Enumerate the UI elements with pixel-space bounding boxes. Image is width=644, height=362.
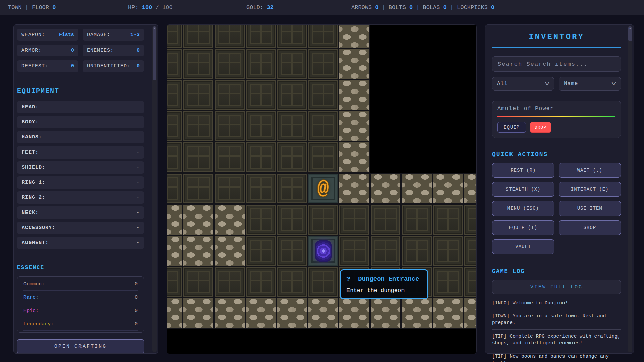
map-tile-floor[interactable] <box>276 142 308 173</box>
equip-item-button[interactable]: EQUIP <box>497 122 526 133</box>
map-tile-floor[interactable] <box>167 24 183 48</box>
tooltip-title: ? Dungeon Entrance <box>346 275 422 283</box>
map-tile-floor[interactable] <box>401 204 432 235</box>
drop-item-button[interactable]: DROP <box>530 122 551 133</box>
map-tile-floor[interactable] <box>276 173 308 204</box>
equipment-slot-row[interactable]: BODY:- <box>17 116 144 128</box>
quick-action-menu-esc[interactable]: MENU (ESC) <box>492 201 554 216</box>
open-crafting-button[interactable]: OPEN CRAFTING <box>17 339 144 353</box>
map-tile-floor[interactable] <box>308 204 339 235</box>
map-tile-floor[interactable] <box>401 235 432 266</box>
map-tile-floor[interactable] <box>214 266 245 298</box>
map-tile-floor[interactable] <box>370 235 401 266</box>
map-tile-floor[interactable] <box>245 48 276 79</box>
quick-action-use-item[interactable]: USE ITEM <box>559 201 621 216</box>
map-tile-floor[interactable] <box>432 235 464 266</box>
quick-action-rest-r[interactable]: REST (R) <box>492 163 554 178</box>
equipment-slot-row[interactable]: AUGMENT:- <box>17 237 144 249</box>
map-tile-floor[interactable] <box>214 142 245 173</box>
quick-action-interact-e[interactable]: INTERACT (E) <box>559 182 621 197</box>
left-panel-scrollbar[interactable]: ▲ <box>152 26 157 352</box>
map-tile-floor[interactable] <box>167 79 183 111</box>
map-tile-floor[interactable] <box>245 235 276 266</box>
map-tile-floor[interactable] <box>339 235 370 266</box>
map-tile-floor[interactable] <box>245 111 276 142</box>
portal-tile[interactable] <box>308 235 339 266</box>
sort-select[interactable]: Name v <box>559 77 621 90</box>
map-tile-floor[interactable] <box>214 24 245 48</box>
map-tile-floor[interactable] <box>245 173 276 204</box>
slot-value: - <box>136 149 139 155</box>
quick-action-stealth-x[interactable]: STEALTH (X) <box>492 182 554 197</box>
floor-label: FLOOR <box>32 4 49 11</box>
map-tile-floor[interactable] <box>276 24 308 48</box>
equipment-slot-row[interactable]: NECK:- <box>17 206 144 219</box>
map-tile-floor[interactable] <box>214 48 245 79</box>
quick-action-wait[interactable]: WAIT (.) <box>559 163 621 178</box>
map-tile-floor[interactable] <box>276 235 308 266</box>
map-tile-floor[interactable] <box>432 266 464 298</box>
map-tile-floor[interactable] <box>464 235 477 266</box>
quick-action-vault[interactable]: VAULT <box>492 239 554 254</box>
quick-action-equip-i[interactable]: EQUIP (I) <box>492 220 554 235</box>
map-tile-floor[interactable] <box>167 173 183 204</box>
map-tile-floor[interactable] <box>276 204 308 235</box>
equipment-slot-row[interactable]: SHIELD:- <box>17 161 144 174</box>
map-tile-floor[interactable] <box>245 24 276 48</box>
map-tile-floor[interactable] <box>339 204 370 235</box>
map-tile-floor[interactable] <box>308 266 339 298</box>
filter-select[interactable]: All v <box>492 77 554 90</box>
map-tile-floor[interactable] <box>183 266 214 298</box>
equipment-slot-row[interactable]: FEET:- <box>17 146 144 159</box>
dungeon-map-viewport[interactable]: @ ? Dungeon Entrance Enter the dungeon <box>167 24 477 354</box>
map-tile-floor[interactable] <box>276 111 308 142</box>
quick-actions-grid: REST (R)WAIT (.)STEALTH (X)INTERACT (E)M… <box>492 163 621 254</box>
map-tile-floor[interactable] <box>245 204 276 235</box>
filter-select-value: All <box>497 81 508 87</box>
map-tile-unexplored <box>432 48 464 79</box>
map-tile-floor[interactable] <box>464 266 477 298</box>
map-tile-floor[interactable] <box>183 173 214 204</box>
equipment-slot-row[interactable]: RING 2:- <box>17 191 144 204</box>
map-tile-floor[interactable] <box>308 142 339 173</box>
map-tile-floor[interactable] <box>245 142 276 173</box>
quick-action-shop[interactable]: SHOP <box>559 220 621 235</box>
map-tile-floor[interactable] <box>308 79 339 111</box>
map-tile-floor[interactable] <box>183 24 214 48</box>
map-tile-floor[interactable] <box>370 204 401 235</box>
right-panel-scrollbar-thumb[interactable]: ▲ <box>628 26 632 41</box>
map-tile-floor[interactable] <box>308 48 339 79</box>
map-tile-floor[interactable] <box>308 111 339 142</box>
map-tile-floor[interactable] <box>167 266 183 298</box>
map-tile-wall <box>308 298 339 329</box>
view-full-log-button[interactable]: VIEW FULL LOG <box>492 280 621 294</box>
map-tile-floor[interactable] <box>183 48 214 79</box>
map-tile-floor[interactable] <box>276 266 308 298</box>
left-panel-scrollbar-thumb[interactable]: ▲ <box>153 26 156 80</box>
map-tile-floor[interactable] <box>214 111 245 142</box>
map-tile-wall <box>167 204 183 235</box>
character-panel: WEAPON:FistsDAMAGE:1-3ARMOR:0ENEMIES:0DE… <box>13 24 158 354</box>
map-tile-floor[interactable] <box>245 266 276 298</box>
player-tile[interactable]: @ <box>308 173 339 204</box>
map-tile-floor[interactable] <box>183 111 214 142</box>
equipment-slot-row[interactable]: HANDS:- <box>17 131 144 143</box>
map-tile-floor[interactable] <box>308 24 339 48</box>
search-input[interactable] <box>492 56 621 72</box>
map-tile-floor[interactable] <box>432 204 464 235</box>
map-tile-floor[interactable] <box>167 48 183 79</box>
map-tile-floor[interactable] <box>214 79 245 111</box>
map-tile-floor[interactable] <box>464 204 477 235</box>
equipment-slot-row[interactable]: RING 1:- <box>17 176 144 189</box>
equipment-slot-row[interactable]: ACCESSORY:- <box>17 222 144 234</box>
right-panel-scrollbar[interactable]: ▲ <box>628 26 632 352</box>
map-tile-floor[interactable] <box>183 79 214 111</box>
map-tile-floor[interactable] <box>183 142 214 173</box>
map-tile-floor[interactable] <box>167 142 183 173</box>
map-tile-floor[interactable] <box>167 111 183 142</box>
map-tile-floor[interactable] <box>214 173 245 204</box>
equipment-slot-row[interactable]: HEAD:- <box>17 101 144 113</box>
map-tile-floor[interactable] <box>276 48 308 79</box>
map-tile-floor[interactable] <box>276 79 308 111</box>
map-tile-floor[interactable] <box>245 79 276 111</box>
